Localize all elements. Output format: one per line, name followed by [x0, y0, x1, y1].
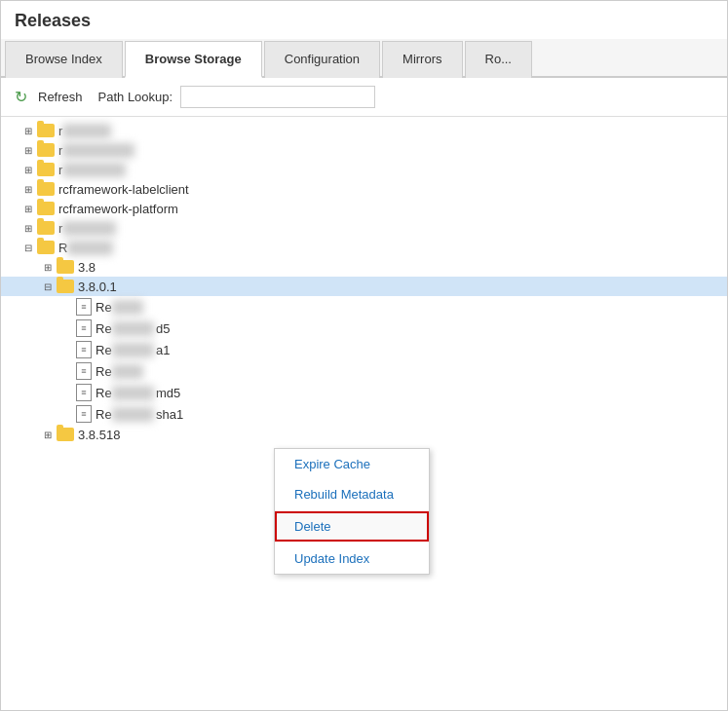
item-label: rcframework-labelclient	[58, 182, 189, 197]
tree-row-13[interactable]: Re	[1, 360, 727, 382]
expand-icon[interactable]: ⊞	[20, 201, 36, 216]
context-menu-expire-cache[interactable]: Expire Cache	[275, 449, 429, 479]
folder-icon-open	[37, 241, 55, 254]
path-lookup-input[interactable]	[180, 86, 375, 108]
path-lookup-label: Path Lookup:	[98, 90, 173, 104]
folder-icon	[37, 182, 55, 196]
item-label: r client	[58, 143, 134, 158]
file-icon	[76, 341, 92, 358]
file-icon	[76, 384, 92, 401]
tree-row-15[interactable]: Re sha1	[1, 403, 727, 425]
folder-icon	[57, 260, 74, 274]
tree-row-14[interactable]: Re md5	[1, 382, 727, 403]
page-title: Releases	[1, 1, 727, 39]
refresh-icon[interactable]: ↻	[11, 88, 30, 107]
item-label: R	[58, 241, 113, 255]
tree-row-6[interactable]: ⊞ r f	[1, 218, 727, 238]
context-menu: Expire Cache Rebuild Metadata Delete Upd…	[274, 448, 430, 575]
context-menu-rebuild-metadata[interactable]: Rebuild Metadata	[275, 479, 429, 509]
item-label: Re sha1	[96, 407, 183, 422]
tab-configuration[interactable]: Configuration	[264, 41, 380, 78]
folder-icon	[37, 143, 55, 157]
file-icon	[76, 362, 92, 380]
tree-row-10[interactable]: Re	[1, 296, 727, 318]
item-label: Re a1	[96, 343, 170, 357]
file-icon	[76, 405, 92, 423]
folder-icon-open	[57, 280, 74, 293]
item-label: r load	[58, 163, 126, 177]
folder-icon	[57, 428, 74, 441]
expand-spacer	[59, 363, 75, 379]
tree-row-5[interactable]: ⊞ rcframework-platform	[1, 199, 727, 218]
expand-spacer	[59, 342, 75, 357]
expand-spacer	[59, 320, 75, 336]
context-menu-delete[interactable]: Delete	[275, 511, 429, 542]
folder-icon	[37, 202, 55, 215]
item-label: r f	[58, 221, 116, 236]
tree-row-7[interactable]: ⊟ R	[1, 238, 727, 257]
folder-icon	[37, 124, 55, 137]
tree-row-8[interactable]: ⊞ 3.8	[1, 257, 727, 277]
tree-row-9[interactable]: ⊟ 3.8.0.1	[1, 277, 727, 296]
item-label: Re md5	[96, 386, 180, 400]
expand-spacer	[59, 385, 75, 400]
item-label: Re	[96, 364, 143, 379]
context-menu-update-index[interactable]: Update Index	[275, 543, 429, 574]
expand-icon[interactable]: ⊞	[40, 427, 56, 442]
tree-row-1[interactable]: ⊞ r k	[1, 121, 727, 140]
tree-row-11[interactable]: Re d5	[1, 318, 727, 339]
file-icon	[76, 319, 92, 337]
item-label: 3.8	[78, 260, 96, 275]
tree-row-12[interactable]: Re a1	[1, 339, 727, 360]
file-icon	[76, 298, 92, 316]
refresh-label[interactable]: Refresh	[38, 90, 83, 104]
expand-spacer	[59, 299, 75, 315]
item-label: 3.8.0.1	[78, 280, 117, 294]
tab-bar: Browse Index Browse Storage Configuratio…	[1, 39, 727, 78]
item-label: 3.8.518	[78, 428, 120, 442]
item-label: Re	[96, 300, 143, 315]
expand-icon[interactable]: ⊞	[20, 123, 36, 138]
expand-icon[interactable]: ⊟	[40, 279, 56, 294]
main-container: Releases Browse Index Browse Storage Con…	[0, 0, 728, 711]
expand-icon[interactable]: ⊞	[20, 142, 36, 158]
tree-row-2[interactable]: ⊞ r client	[1, 140, 727, 160]
tab-browse-storage[interactable]: Browse Storage	[125, 41, 262, 78]
expand-icon[interactable]: ⊞	[20, 181, 36, 197]
folder-icon	[37, 163, 55, 176]
item-label: Re d5	[96, 321, 170, 336]
item-label: rcframework-platform	[58, 202, 178, 216]
expand-icon[interactable]: ⊞	[20, 162, 36, 177]
tree-row-4[interactable]: ⊞ rcframework-labelclient	[1, 179, 727, 199]
tab-browse-index[interactable]: Browse Index	[5, 41, 123, 78]
folder-icon	[37, 221, 55, 235]
tab-mirrors[interactable]: Mirrors	[382, 41, 462, 78]
expand-icon[interactable]: ⊞	[40, 259, 56, 275]
expand-spacer	[59, 406, 75, 422]
expand-icon[interactable]: ⊞	[20, 220, 36, 236]
tree-row-3[interactable]: ⊞ r load	[1, 160, 727, 179]
tree-row-16[interactable]: ⊞ 3.8.518	[1, 425, 727, 444]
item-label: r k	[58, 124, 111, 138]
expand-icon[interactable]: ⊟	[20, 240, 36, 255]
tree-container: ⊞ r k ⊞ r client ⊞ r load ⊞ rcframework-…	[1, 117, 727, 710]
tab-routing[interactable]: Ro...	[465, 41, 532, 78]
toolbar: ↻ Refresh Path Lookup:	[1, 78, 727, 117]
